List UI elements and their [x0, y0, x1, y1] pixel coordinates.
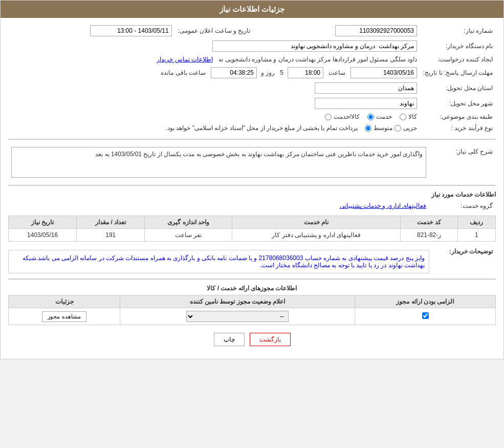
table-row: 1 ز-82-821 فعالیتهای اداره و پشتیبانی دف… — [9, 229, 496, 242]
license-table-header: الزامی بودن ارائه مجوز اعلام وضعیت مجوز … — [9, 295, 496, 308]
province-label: استان محل تحویل: — [420, 80, 496, 96]
main-content: شماره نیاز: تاریخ و ساعت اعلان عمومی: نا… — [1, 18, 503, 359]
general-desc-text: واگذاری امور خرید خدمات ناظرین فنی ساختم… — [95, 151, 423, 158]
general-desc-box: واگذاری امور خرید خدمات ناظرین فنی ساختم… — [11, 147, 426, 178]
service-group-row: گروه خدمت: فعالیتهای اداری و خدمات پشتیب… — [8, 200, 496, 211]
deadline-remaining-input[interactable] — [211, 67, 257, 78]
category-khedmat-radio[interactable] — [367, 114, 374, 120]
category-option-kala-khedmat[interactable]: کالا/خدمت — [325, 113, 360, 120]
license-status-select[interactable]: -- — [186, 311, 289, 322]
col-license-required: الزامی بودن ارائه مجوز — [355, 295, 496, 308]
deadline-row: مهلت ارسال پاسخ: تا تاریخ: ساعت 5 روز و … — [8, 65, 496, 80]
category-kala-label: کالا — [408, 113, 417, 120]
process-option-mottavasset[interactable]: متوسط — [365, 124, 392, 132]
process-jozoi-radio[interactable] — [395, 125, 401, 132]
process-note: پرداخت تمام یا بخشی از مبلغ خریدار از مح… — [166, 124, 358, 132]
col-unit: واحد اندازه گیری — [145, 216, 232, 229]
creator-label: ایجاد کننده درخواست: — [420, 54, 496, 65]
category-khedmat-label: خدمت — [376, 113, 392, 120]
process-jozoi-label: جزیی — [403, 124, 417, 132]
service-table-header: ردیف کد خدمت نام خدمت واحد اندازه گیری ت… — [9, 216, 496, 229]
deadline-days-label: روز و — [261, 69, 275, 76]
cell-license-required — [355, 308, 496, 325]
creator-link[interactable]: اطلاعات تماس خریدار — [157, 56, 213, 63]
date-announce-input[interactable] — [90, 25, 172, 36]
deadline-days: 5 — [280, 69, 283, 76]
license-table: الزامی بودن ارائه مجوز اعلام وضعیت مجوز … — [8, 295, 496, 325]
process-row: نوع فرآیند خرید : جزیی متوسط پرداخت تمام… — [8, 122, 496, 134]
process-mottavasset-label: متوسط — [374, 124, 392, 132]
category-kala-radio[interactable] — [400, 114, 406, 120]
service-table: ردیف کد خدمت نام خدمت واحد اندازه گیری ت… — [8, 216, 496, 242]
divider-3 — [8, 279, 496, 280]
page-title: جزئیات اطلاعات نیاز — [220, 5, 284, 13]
buyer-org-label: نام دستگاه خریدار: — [420, 38, 496, 54]
cell-date: 1403/05/16 — [9, 229, 77, 242]
general-desc-table: شرح کلی نیاز: واگذاری امور خرید خدمات نا… — [8, 145, 496, 180]
buyer-org-row: نام دستگاه خریدار: — [8, 38, 496, 54]
date-announce-label: تاریخ و ساعت اعلان عمومی: — [175, 23, 254, 38]
deadline-date-input[interactable] — [350, 67, 417, 78]
cell-service-name: فعالیتهای اداره و پشتیبانی دفتر کار — [232, 229, 401, 242]
page-container: جزئیات اطلاعات نیاز شماره نیاز: تاریخ و … — [0, 0, 504, 359]
process-option-jozoi[interactable]: جزیی — [395, 124, 417, 132]
buyer-notes-content-row: توضیحات خریدار: وایز پنج درصد قیمت پیشنه… — [8, 246, 496, 273]
service-info-title: اطلاعات خدمات مورد نیاز — [8, 191, 496, 198]
deadline-time-label: ساعت — [328, 69, 345, 76]
col-license-status: اعلام وضعیت مجوز توسط نامین کننده — [120, 295, 355, 308]
city-input[interactable] — [315, 98, 417, 109]
process-label: نوع فرآیند خرید : — [420, 122, 496, 134]
deadline-remaining-label: ساعت باقی مانده — [161, 69, 206, 76]
service-group-value[interactable]: فعالیتهای اداری و خدمات پشتیبانی — [340, 202, 426, 209]
col-service-name: نام خدمت — [232, 216, 401, 229]
buyer-notes-box-cell: وایز پنج درصد قیمت پیشنهادی به شماره حسا… — [8, 246, 429, 273]
cell-quantity: 191 — [77, 229, 145, 242]
need-number-row: شماره نیاز: تاریخ و ساعت اعلان عمومی: — [8, 23, 496, 38]
buyer-notes-text: وایز پنج درصد قیمت پیشنهادی به شماره حسا… — [23, 254, 425, 269]
service-table-header-row: ردیف کد خدمت نام خدمت واحد اندازه گیری ت… — [9, 216, 496, 229]
general-desc-label: شرح کلی نیاز: — [429, 145, 496, 180]
col-row-num: ردیف — [457, 216, 495, 229]
process-mottavasset-radio[interactable] — [365, 125, 371, 132]
category-row: طبقه بندی موضوعی: کالا خدمت کالا/خدمت — [8, 111, 496, 122]
divider-1 — [8, 139, 496, 140]
buyer-notes-wrapper: توضیحات خریدار: وایز پنج درصد قیمت پیشنه… — [8, 246, 496, 273]
service-group-label: گروه خدمت: — [429, 200, 496, 211]
footer-buttons: بازگشت چاپ — [8, 325, 496, 354]
service-group-table: گروه خدمت: فعالیتهای اداری و خدمات پشتیب… — [8, 200, 496, 211]
creator-text: داود سلگی مسئول امور قراردادها مرکز بهدا… — [218, 56, 417, 63]
deadline-time-input[interactable] — [288, 67, 323, 78]
category-option-kala[interactable]: کالا — [400, 113, 417, 120]
page-header: جزئیات اطلاعات نیاز — [1, 1, 503, 18]
back-button[interactable]: بازگشت — [250, 333, 291, 346]
info-table: شماره نیاز: تاریخ و ساعت اعلان عمومی: نا… — [8, 23, 496, 134]
license-required-checkbox[interactable] — [422, 312, 429, 319]
need-number-input[interactable] — [335, 25, 417, 36]
buyer-notes-label-cell: توضیحات خریدار: — [429, 246, 496, 273]
buyer-notes-box: وایز پنج درصد قیمت پیشنهادی به شماره حسا… — [8, 250, 429, 273]
license-info-title: اطلاعات مجوزهای ارائه خدمت / کالا — [8, 285, 496, 292]
city-label: شهر محل تحویل: — [420, 96, 496, 111]
category-option-khedmat[interactable]: خدمت — [367, 113, 392, 120]
license-table-body: -- مشاهده مجوز — [9, 308, 496, 325]
license-table-header-row: الزامی بودن ارائه مجوز اعلام وضعیت مجوز … — [9, 295, 496, 308]
cell-license-status: -- — [120, 308, 355, 325]
cell-unit: نفر ساعت — [145, 229, 232, 242]
province-row: استان محل تحویل: — [8, 80, 496, 96]
print-button[interactable]: چاپ — [214, 333, 245, 346]
table-row: -- مشاهده مجوز — [9, 308, 496, 325]
buyer-org-input[interactable] — [212, 40, 417, 52]
category-kala-khedmat-label: کالا/خدمت — [334, 113, 360, 120]
creator-row: ایجاد کننده درخواست: داود سلگی مسئول امو… — [8, 54, 496, 65]
col-quantity: تعداد / مقدار — [77, 216, 145, 229]
need-number-label: شماره نیاز: — [420, 23, 496, 38]
category-kala-khedmat-radio[interactable] — [325, 114, 332, 120]
cell-row-num: 1 — [457, 229, 495, 242]
col-service-code: کد خدمت — [401, 216, 457, 229]
view-license-button[interactable]: مشاهده مجوز — [42, 311, 86, 322]
city-row: شهر محل تحویل: — [8, 96, 496, 111]
province-input[interactable] — [315, 82, 417, 94]
category-label: طبقه بندی موضوعی: — [420, 111, 496, 122]
cell-license-details: مشاهده مجوز — [9, 308, 120, 325]
deadline-label: مهلت ارسال پاسخ: تا تاریخ: — [420, 65, 496, 80]
